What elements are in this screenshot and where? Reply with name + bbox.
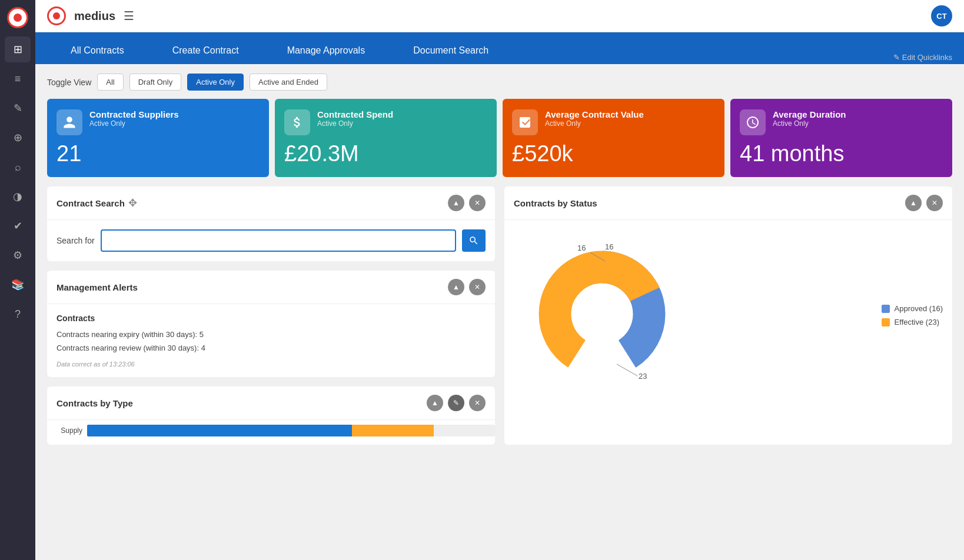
avg-value-icon <box>512 109 538 135</box>
donut-center <box>571 284 633 345</box>
left-panels: Contract Search ✥ ▲ ✕ Search for <box>47 186 495 445</box>
management-alerts-panel: Management Alerts ▲ ✕ Contracts Contract… <box>47 271 495 377</box>
toggle-draft-only[interactable]: Draft Only <box>129 74 182 91</box>
nav-manage-approvals[interactable]: Manage Approvals <box>264 37 389 64</box>
toggle-active-only[interactable]: Active Only <box>187 74 244 91</box>
nav-buttons-bar: All Contracts Create Contract Manage App… <box>35 32 964 64</box>
bar-label-supply: Supply <box>47 426 82 435</box>
main-area: medius ☰ CT All Contracts Create Contrac… <box>35 0 964 560</box>
toggle-view-label: Toggle View <box>47 78 91 87</box>
suppliers-icon <box>56 109 82 135</box>
stat-card-contracted-suppliers: Contracted Suppliers Active Only 21 <box>47 99 269 177</box>
close-contract-search-btn[interactable]: ✕ <box>469 195 486 211</box>
toggle-all[interactable]: All <box>97 74 123 91</box>
sidebar-item-list[interactable]: ≡ <box>5 66 31 92</box>
content-area: Toggle View All Draft Only Active Only A… <box>35 64 964 560</box>
donut-label-approved-count: 16 <box>605 242 613 251</box>
close-alerts-btn[interactable]: ✕ <box>469 279 486 295</box>
spend-icon <box>284 109 310 135</box>
alert-timestamp: Data correct as of 13:23:06 <box>56 361 486 368</box>
collapse-alerts-btn[interactable]: ▲ <box>448 279 464 295</box>
stat-title-1: Contracted Spend <box>317 109 393 119</box>
donut-legend: Approved (16) Effective (23) <box>882 304 943 326</box>
stat-value-1: £20.3M <box>284 141 487 166</box>
stat-subtitle-1: Active Only <box>317 119 393 128</box>
sidebar-item-edit[interactable]: ✎ <box>5 95 31 121</box>
search-for-label: Search for <box>56 236 95 245</box>
sidebar-item-settings[interactable]: ⚙ <box>5 242 31 268</box>
annotation-line-effective <box>617 364 637 376</box>
stat-card-avg-contract-value: Average Contract Value Active Only £520k <box>503 99 724 177</box>
donut-svg: 16 23 <box>514 226 690 402</box>
legend-dot-approved <box>882 305 890 313</box>
bar-fill-blue-supply <box>87 425 352 436</box>
donut-container: 16 <box>504 220 952 416</box>
contract-search-title: Contract Search <box>56 198 125 208</box>
app-title: medius <box>74 9 115 23</box>
sidebar-item-search[interactable]: ⌕ <box>5 154 31 180</box>
collapse-status-btn[interactable]: ▲ <box>905 195 922 211</box>
user-avatar[interactable]: CT <box>931 5 952 26</box>
collapse-contract-search-btn[interactable]: ▲ <box>448 195 464 211</box>
sidebar-item-add[interactable]: ⊕ <box>5 125 31 151</box>
stats-row: Contracted Suppliers Active Only 21 Cont… <box>47 99 952 177</box>
panels-row: Contract Search ✥ ▲ ✕ Search for <box>47 186 952 445</box>
management-alerts-title: Management Alerts <box>56 282 138 292</box>
nav-all-contracts[interactable]: All Contracts <box>47 37 148 64</box>
sidebar-item-grid[interactable]: ⊞ <box>5 36 31 62</box>
logo <box>3 6 32 29</box>
annotation-text-effective: 23 <box>639 372 647 381</box>
bar-track-supply <box>87 425 495 436</box>
stat-subtitle-2: Active Only <box>545 119 644 128</box>
legend-approved: Approved (16) <box>882 304 943 313</box>
stat-card-contracted-spend: Contracted Spend Active Only £20.3M <box>275 99 497 177</box>
stat-card-avg-duration: Average Duration Active Only 41 months <box>730 99 952 177</box>
pencil-icon: ✎ <box>893 53 900 62</box>
toggle-view-row: Toggle View All Draft Only Active Only A… <box>47 74 952 91</box>
header-logo <box>47 6 66 25</box>
hamburger-icon[interactable]: ☰ <box>124 9 134 23</box>
stat-subtitle-3: Active Only <box>773 119 846 128</box>
stat-value-2: £520k <box>512 141 715 166</box>
close-type-btn[interactable]: ✕ <box>469 395 486 411</box>
contracts-by-type-panel: Contracts by Type ▲ ✎ ✕ Supply <box>47 386 495 445</box>
legend-label-effective: Effective (23) <box>895 318 939 326</box>
drag-icon[interactable]: ✥ <box>128 196 137 209</box>
sidebar-item-chart[interactable]: ◑ <box>5 184 31 209</box>
stat-title-0: Contracted Suppliers <box>89 109 179 119</box>
search-input[interactable] <box>101 229 456 252</box>
edit-quicklinks[interactable]: ✎ Edit Quicklinks <box>893 53 952 64</box>
donut-chart-wrapper: 16 <box>514 226 690 405</box>
contract-search-panel: Contract Search ✥ ▲ ✕ Search for <box>47 186 495 261</box>
duration-icon <box>740 109 766 135</box>
toggle-active-ended[interactable]: Active and Ended <box>250 74 327 91</box>
alert-item-1: Contracts nearing review (within 30 days… <box>56 341 486 355</box>
top-header: medius ☰ CT <box>35 0 964 32</box>
contracts-by-type-title: Contracts by Type <box>56 398 133 408</box>
legend-label-approved: Approved (16) <box>895 304 943 313</box>
nav-document-search[interactable]: Document Search <box>390 37 512 64</box>
search-row: Search for <box>56 229 486 252</box>
stat-value-0: 21 <box>56 141 260 166</box>
search-button[interactable] <box>462 229 486 252</box>
sidebar-item-help[interactable]: ? <box>5 301 31 327</box>
stat-value-3: 41 months <box>740 141 943 166</box>
collapse-type-btn[interactable]: ▲ <box>427 395 443 411</box>
edit-type-btn[interactable]: ✎ <box>448 395 464 411</box>
stat-title-2: Average Contract Value <box>545 109 644 119</box>
sidebar: ⊞ ≡ ✎ ⊕ ⌕ ◑ ✔ ⚙ 📚 ? <box>0 0 35 560</box>
contracts-by-status-panel: Contracts by Status ▲ ✕ 16 <box>504 186 952 445</box>
bar-fill-orange-supply <box>352 425 434 436</box>
alert-group-label: Contracts <box>56 314 486 323</box>
alert-item-0: Contracts nearing expiry (within 30 days… <box>56 328 486 341</box>
annotation-text-approved: 16 <box>577 244 586 252</box>
close-status-btn[interactable]: ✕ <box>926 195 943 211</box>
nav-create-contract[interactable]: Create Contract <box>149 37 262 64</box>
sidebar-item-check[interactable]: ✔ <box>5 213 31 239</box>
legend-dot-effective <box>882 318 890 326</box>
bar-row-supply: Supply <box>47 425 495 436</box>
sidebar-item-books[interactable]: 📚 <box>5 272 31 298</box>
legend-effective: Effective (23) <box>882 318 943 326</box>
stat-title-3: Average Duration <box>773 109 846 119</box>
contracts-by-status-title: Contracts by Status <box>514 198 597 208</box>
